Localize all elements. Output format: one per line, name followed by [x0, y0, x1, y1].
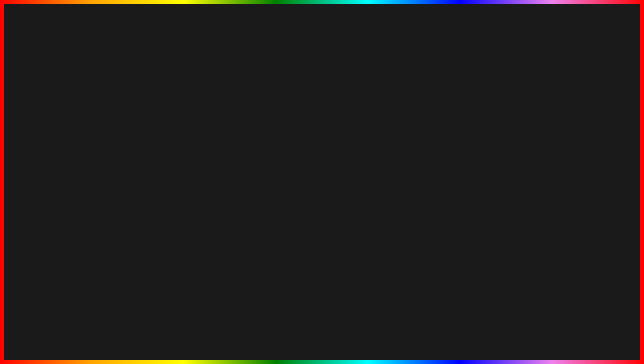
rayx-gun-store-up[interactable]: GUN STORE [UP]: [397, 133, 441, 140]
pluto-nav-target[interactable]: Target: [32, 129, 62, 134]
rayx-nav-themes[interactable]: THEMES: [271, 140, 305, 147]
arctic-item-cashfarm-pile[interactable]: Cash Farm : Pile Mode: [86, 195, 173, 200]
arctic-nav-selling-tools[interactable]: Selling Tools: [53, 201, 83, 206]
arctic-item-hospital[interactable]: Hospital Farm: [86, 207, 173, 212]
spacex-empty: [195, 148, 233, 154]
pluto-search-box[interactable]: 🔍: [70, 90, 173, 98]
rayx-hood-kicks[interactable]: HOOD KICKS: [443, 149, 487, 156]
arctic-nav-autobuy[interactable]: AutoBuy: [53, 190, 83, 195]
rayx-nav-animation[interactable]: ANIMATION: [271, 123, 305, 131]
rayx-playground[interactable]: PLAY GROUND: [443, 117, 487, 124]
bottom-menu-grid: Autofarm Aimlock Extra Stuff Credits Aut…: [302, 287, 435, 307]
spacex-charm-r[interactable]: Charm [R]: [155, 140, 194, 146]
arctic-nav-teleports[interactable]: Teleports: [53, 196, 83, 200]
rayx-window: TOGGLE TARGET TELEPORT AUTO BUY ANIMATIO…: [267, 86, 491, 168]
pluto-nav-autobuy[interactable]: Autobuy: [32, 135, 62, 140]
rayx-nav-cashtool[interactable]: CASH TOOL: [271, 132, 305, 139]
rayx-food-store-up[interactable]: FOOD STORE [UP]: [443, 125, 487, 132]
rayx-grave-yard[interactable]: GRAVE YARD: [351, 149, 394, 156]
bottom-menu-extra-stuff[interactable]: Extra Stuff: [302, 297, 368, 302]
right-dot-3[interactable]: [626, 111, 632, 116]
bottom-script: SCRIPT: [326, 312, 429, 343]
pluto-row-chatspy: Chat Spy: [102, 104, 125, 114]
pluto-chatspy-toggle[interactable]: [119, 106, 125, 112]
arctic-item-cashfarm-public[interactable]: Cash Farm ( Public Servers ): [86, 183, 173, 188]
rayx-search-input[interactable]: [362, 92, 454, 97]
rayx-da-boxing-club[interactable]: DA BOXING CLUB: [351, 125, 394, 132]
pluto-nav-main[interactable]: · Main: [32, 110, 62, 115]
rayx-search-box[interactable]: 🔍: [351, 90, 458, 98]
rayx-food-store-down[interactable]: FOOD STORE [DOWN]: [351, 133, 394, 140]
arctic-nav-combat[interactable]: Combat: [53, 167, 83, 172]
rayx-casino[interactable]: CASINO: [443, 109, 487, 116]
arctic-close-button[interactable]: X: [170, 154, 173, 159]
right-dot-1[interactable]: [626, 90, 632, 95]
rayx-high-school[interactable]: HIGH SCHOOL: [443, 141, 487, 148]
bottom-menu-select-cash[interactable]: Select cash u want to autoc...: [370, 297, 435, 302]
arctic-nav-farms[interactable]: Farms: [53, 184, 83, 189]
arctic-window: Arctic X Home Combat Toggles KillBot Far…: [49, 150, 176, 221]
pluto-nav-teleports[interactable]: Teleports: [32, 142, 62, 147]
pluto-search-input[interactable]: [79, 92, 170, 97]
rayx-nav-extra[interactable]: EXTRA: [271, 148, 305, 156]
spacex-search-icon: 🔍: [115, 122, 120, 127]
arctic-title: Arctic: [53, 154, 65, 159]
spacex-fly-speed-minus[interactable]: Fly Speed [-]: [195, 134, 233, 138]
rayx-grid: BANK BARBER SHOP BASKETBALL SAFE ZONE CI…: [351, 101, 487, 156]
arctic-item-cashfarm[interactable]: Cash Farm: [86, 177, 173, 182]
rayx-nav-credits[interactable]: CREDITS: [271, 157, 305, 164]
spacex-search-box[interactable]: 🔍: [112, 121, 228, 128]
spacex-reach-toggle[interactable]: [115, 140, 121, 146]
arctic-nav-killbot[interactable]: KillBot: [53, 179, 83, 183]
pluto-nav-home[interactable]: Home: [32, 104, 62, 109]
rayx-bank[interactable]: BANK: [351, 101, 394, 108]
rayx-gun-store-down[interactable]: GUN STORE [DOWN]: [443, 133, 487, 140]
rayx-da-furniture[interactable]: DA FURNITURE: [397, 125, 441, 132]
bottom-menu-credits[interactable]: Credits: [302, 302, 368, 307]
arctic-cashfarm-pickup-value: 0.7 - 2: [163, 201, 173, 206]
right-dot-2[interactable]: [626, 100, 632, 106]
rayx-circus[interactable]: CIRCUS: [397, 109, 441, 116]
rayx-gas-station[interactable]: GAS STATION: [397, 141, 441, 148]
bottom-right-menu: Autofarm Aimlock Extra Stuff Credits Aut…: [299, 284, 439, 311]
spacex-fly-speed-plus[interactable]: Fly Speed [+]: [115, 134, 153, 138]
rayx-basketball[interactable]: BASKETBALL: [443, 101, 487, 108]
spacex-search-input[interactable]: [121, 122, 225, 127]
bottom-menu-auto-stomp[interactable]: Auto Stomp: [370, 287, 435, 292]
rayx-barber-shop[interactable]: BARBER SHOP: [397, 101, 441, 108]
arctic-item-cashfarm-bounty[interactable]: Cash Farm : Bounty Mode: [86, 189, 173, 194]
rayx-fire-station[interactable]: FIRE STATION: [351, 141, 394, 148]
arctic-item-cashfarm-pickup: Cash Farm : Pickup Delay 0.7 - 2: [86, 201, 173, 206]
rayx-nav-toggle[interactable]: TOGGLE: [271, 90, 305, 97]
arctic-nav-home[interactable]: Home: [53, 162, 83, 166]
bottom-menu-anti-grab[interactable]: Anti Grab: [370, 292, 435, 297]
rayx-safe-zone[interactable]: SAFE ZONE: [351, 109, 394, 116]
rayx-church[interactable]: CHURCH: [351, 117, 394, 124]
right-dot-4[interactable]: [626, 121, 632, 126]
arctic-item-antifk[interactable]: Anti AFK: [86, 171, 173, 176]
arctic-item-shoe[interactable]: Shoe Farm: [86, 213, 173, 218]
spacex-nav-main[interactable]: Main: [85, 140, 112, 145]
rayx-cinema[interactable]: CINEMA: [397, 117, 441, 124]
pluto-nav-toggle[interactable]: Toggle: [32, 116, 62, 121]
rayx-nav-teleport[interactable]: TELEPORT: [271, 107, 305, 114]
right-panel: [614, 86, 644, 140]
rayx-nav-target[interactable]: TARGET: [271, 98, 305, 106]
arctic-nav-visuals[interactable]: Visuals: [53, 207, 83, 212]
arctic-cashfarm-pickup-label[interactable]: Cash Farm : Pickup Delay: [86, 201, 132, 206]
spacex-speed-c[interactable]: Speed [C]: [195, 140, 233, 146]
bottom-menu-aimlock[interactable]: Aimlock: [302, 292, 368, 297]
rayx-search-icon: 🔍: [354, 92, 359, 97]
bottom-menu-autofarm[interactable]: Autofarm: [302, 287, 368, 292]
dahood-logo-da: DA: [556, 288, 569, 298]
pluto-nav-avatar[interactable]: Avatar: [32, 123, 62, 128]
spacex-header: SPACEX 🔍: [85, 121, 233, 131]
spacex-fly-x[interactable]: Fly [X]: [155, 134, 194, 138]
spacex-reach-label: Reach: [123, 141, 134, 145]
arctic-search-input[interactable]: [102, 162, 156, 168]
arctic-nav-toggles[interactable]: Toggles: [53, 173, 83, 178]
right-dot-5[interactable]: [626, 131, 632, 137]
rayx-hood-fitness[interactable]: HOOD FITNESS: [397, 149, 441, 156]
spacex-nav-home[interactable]: Home: [85, 134, 112, 139]
rayx-nav-autobuy[interactable]: AUTO BUY: [271, 115, 305, 122]
